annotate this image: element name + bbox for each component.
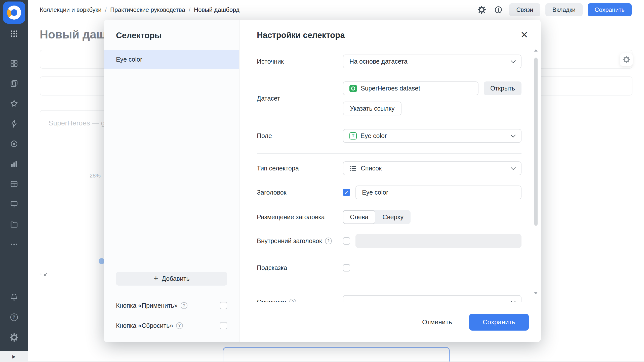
reset-option-checkbox[interactable] [220, 322, 227, 329]
target-icon [10, 140, 18, 148]
header-save-button[interactable]: Сохранить [588, 3, 632, 16]
scrollbar-thumb[interactable] [534, 58, 538, 226]
breadcrumb-guides[interactable]: Практические руководства [110, 6, 185, 13]
table-icon [10, 180, 18, 188]
title-checkbox[interactable] [343, 189, 350, 196]
question-icon[interactable] [289, 299, 296, 302]
dataset-select[interactable]: SuperHeroes dataset [343, 81, 478, 95]
sidebar-nav [0, 53, 28, 254]
info-button[interactable] [493, 4, 504, 16]
selector-settings-panel: Настройки селектора Источник На основе д… [239, 20, 541, 342]
placement-row: Размещение заголовка Слева Сверху [257, 210, 521, 224]
folder-icon [10, 220, 18, 229]
topbar-actions: Связи Вкладки Сохранить [476, 3, 632, 16]
relations-button[interactable]: Связи [509, 3, 540, 16]
selector-type-row: Тип селектора Список [257, 161, 521, 175]
selectors-panel-title: Селекторы [116, 31, 227, 40]
placement-segmented-control: Слева Сверху [343, 210, 411, 224]
open-dataset-button[interactable]: Открыть [484, 81, 521, 95]
sidebar-item-more[interactable] [0, 234, 28, 254]
breadcrumb: Коллекции и воркбуки / Практические руко… [40, 6, 239, 13]
placement-option-top[interactable]: Сверху [375, 210, 411, 224]
settings-header: Настройки селектора [239, 20, 541, 40]
scroll-down-icon[interactable] [534, 292, 538, 294]
breadcrumb-current: Новый дашборд [194, 6, 239, 13]
operation-label-text: Операция [257, 298, 286, 302]
section-divider [257, 290, 521, 290]
cancel-button[interactable]: Отменить [419, 314, 455, 331]
selector-type-select[interactable]: Список [343, 161, 521, 175]
sidebar-item-quick-actions[interactable] [0, 114, 28, 134]
hint-label: Подсказка [257, 261, 343, 275]
layers-icon [10, 79, 18, 88]
selector-item-label: Eye color [116, 56, 142, 63]
hint-checkbox[interactable] [343, 264, 350, 272]
add-selector-button[interactable]: Добавить [116, 272, 227, 286]
breadcrumb-collections[interactable]: Коллекции и воркбуки [40, 6, 101, 13]
operation-select[interactable] [343, 295, 521, 302]
notifications-button[interactable] [0, 287, 28, 307]
settings-form: Источник На основе датасета Датасет [239, 40, 541, 302]
breadcrumb-separator: / [105, 6, 107, 13]
sidebar-item-presentations[interactable] [0, 194, 28, 214]
source-value: На основе датасета [349, 58, 408, 65]
reset-option-label: Кнопка «Сбросить» [116, 322, 173, 329]
dashboards-icon [10, 59, 18, 68]
sidebar [0, 0, 28, 362]
source-row: Источник На основе датасета [257, 55, 521, 68]
field-value: Eye color [360, 132, 387, 140]
apps-grid-icon [10, 29, 18, 38]
dataset-icon [349, 85, 357, 92]
inner-title-row: Внутренний заголовок [257, 234, 521, 248]
field-row: Поле Eye color [257, 129, 521, 143]
placement-label: Размещение заголовка [257, 210, 343, 224]
selector-list-item[interactable]: Eye color [104, 50, 239, 69]
question-icon[interactable] [325, 238, 332, 244]
help-button[interactable] [0, 307, 28, 327]
apply-option-label: Кнопка «Применить» [116, 302, 178, 309]
lightning-icon [10, 119, 18, 128]
inner-title-checkbox[interactable] [343, 237, 350, 245]
sidebar-item-dashboards[interactable] [0, 53, 28, 73]
dialog-save-button[interactable]: Сохранить [469, 314, 529, 331]
sidebar-item-tables[interactable] [0, 174, 28, 194]
dialog-scrollbar [534, 49, 538, 294]
sidebar-item-charts[interactable] [0, 154, 28, 174]
selectors-dialog: Селекторы Eye color Добавить Кнопка «При… [104, 20, 541, 342]
source-select[interactable]: На основе датасета [343, 55, 521, 68]
title-input[interactable] [355, 186, 521, 199]
dialog-footer: Отменить Сохранить [239, 302, 541, 342]
selectors-list-panel: Селекторы Eye color Добавить Кнопка «При… [104, 20, 239, 342]
specify-link-button[interactable]: Указать ссылку [343, 102, 401, 115]
question-icon[interactable] [181, 302, 187, 309]
datalens-logo[interactable] [3, 2, 25, 24]
scroll-up-icon[interactable] [534, 49, 538, 52]
dashboard-settings-button[interactable] [476, 4, 488, 16]
apply-option-checkbox[interactable] [220, 302, 227, 309]
apps-grid-button[interactable] [0, 26, 28, 42]
sidebar-bottom [0, 287, 28, 362]
title-row: Заголовок [257, 186, 521, 199]
sidebar-item-monitoring[interactable] [0, 134, 28, 154]
dataset-value: SuperHeroes dataset [361, 85, 420, 92]
tabs-button[interactable]: Вкладки [545, 3, 583, 16]
placement-option-left[interactable]: Слева [343, 210, 375, 224]
sidebar-item-favorites[interactable] [0, 94, 28, 114]
chevron-down-icon [511, 58, 516, 63]
settings-button[interactable] [0, 327, 28, 347]
selectors-panel-options: Кнопка «Применить» Кнопка «Сбросить» [104, 292, 239, 342]
field-select[interactable]: Eye color [343, 129, 521, 143]
breadcrumb-separator: / [189, 6, 190, 13]
sidebar-item-workbooks[interactable] [0, 73, 28, 94]
apply-button-option: Кнопка «Применить» [116, 295, 227, 315]
display-icon [10, 200, 18, 208]
title-label: Заголовок [257, 186, 343, 199]
add-button-label: Добавить [162, 275, 190, 282]
sidebar-item-storage[interactable] [0, 214, 28, 234]
expand-panel-button[interactable] [0, 351, 28, 362]
dataset-row: Датасет SuperHeroes dataset Открыть Указ… [257, 81, 521, 115]
question-icon[interactable] [176, 322, 183, 329]
close-button[interactable] [521, 30, 528, 39]
gear-icon [10, 333, 18, 342]
bell-icon [10, 293, 18, 301]
